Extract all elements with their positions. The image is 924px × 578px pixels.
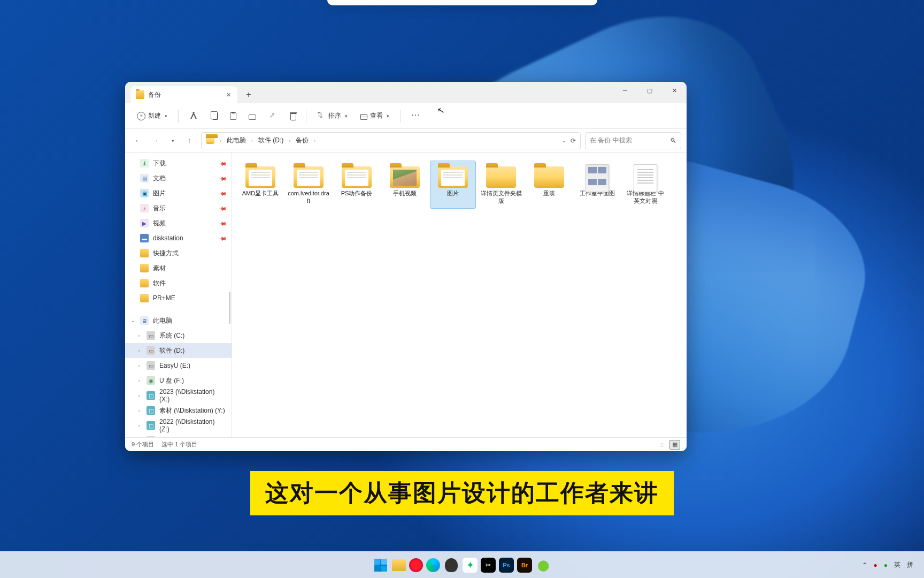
sidebar-item[interactable]: PR+ME (125, 291, 232, 306)
tray-icon[interactable]: ● (884, 561, 888, 569)
breadcrumb-item[interactable]: 软件 (D:) (256, 135, 286, 146)
refresh-button[interactable]: ⟳ (571, 137, 576, 144)
sidebar-item[interactable]: ▤文档📌 (125, 171, 232, 186)
list-view-button[interactable]: ≡ (657, 440, 667, 450)
tray-chevron-icon[interactable]: ⌃ (862, 561, 867, 569)
file-item[interactable]: 重装 (526, 161, 572, 209)
image-file-icon (586, 164, 609, 192)
sidebar-label: 文档 (153, 174, 166, 183)
sidebar-item[interactable]: ⬇下载📌 (125, 156, 232, 171)
chevron-right-icon[interactable]: › (136, 423, 142, 428)
sidebar-item[interactable]: 软件 (125, 276, 232, 291)
new-button[interactable]: 新建 ▾ (132, 107, 173, 125)
sidebar-label: 素材 (\\Diskstation) (Y:) (159, 406, 225, 415)
window-tab[interactable]: 备份 ✕ (130, 86, 237, 103)
minimize-button[interactable]: ─ (613, 82, 637, 99)
paste-button[interactable] (224, 107, 241, 125)
pin-icon: 📌 (219, 189, 227, 197)
copy-button[interactable] (205, 107, 222, 125)
share-button[interactable] (264, 107, 282, 125)
forward-button[interactable]: → (148, 133, 163, 148)
taskbar-app-edge[interactable] (426, 558, 440, 572)
breadcrumb-item[interactable]: 备份 (294, 135, 311, 146)
taskbar-app-wechat[interactable]: ✦ (463, 558, 478, 573)
sidebar-item-drive[interactable]: ›▭软件 (D:) (125, 343, 232, 358)
sidebar-item-drive[interactable]: ›▭EasyU (E:) (125, 433, 232, 437)
sidebar-item-drive[interactable]: ›◫素材 (\\Diskstation) (Y:) (125, 403, 232, 418)
sidebar-item[interactable]: ▶视频📌 (125, 216, 232, 231)
sidebar-item[interactable]: ▣图片📌 (125, 186, 232, 201)
file-item[interactable]: 详情页文件夹模版 (478, 161, 524, 209)
content-area[interactable]: AMD显卡工具com.lveditor.draftPS动作备份手机视频图片详情页… (232, 153, 687, 437)
dropdown-icon[interactable]: ⌄ (562, 138, 566, 143)
sidebar-item-drive[interactable]: ›◉U 盘 (F:) (125, 373, 232, 388)
file-item[interactable]: 手机视频 (382, 161, 428, 209)
folder-icon (294, 166, 324, 188)
view-icon (360, 114, 367, 120)
chevron-right-icon[interactable]: › (136, 408, 142, 413)
view-button[interactable]: 查看 ▾ (355, 107, 395, 125)
icon-view-button[interactable]: ▦ (669, 440, 680, 450)
sort-button[interactable]: 排序 ▾ (312, 107, 353, 125)
mus-icon: ♪ (140, 204, 149, 212)
chevron-down-icon[interactable]: ⌄ (129, 318, 136, 323)
file-item[interactable]: com.lveditor.draft (286, 161, 332, 209)
fold-icon (140, 249, 149, 257)
taskbar-app-generic[interactable]: ⬤ (535, 557, 551, 573)
file-item[interactable]: AMD显卡工具 (237, 161, 283, 209)
cut-button[interactable] (184, 107, 203, 125)
net-icon: ◫ (147, 406, 155, 415)
sidebar-item[interactable]: ▬diskstation📌 (125, 231, 232, 246)
taskbar-app-opera[interactable] (409, 558, 423, 572)
taskbar-app-capcut[interactable]: ✂ (481, 558, 496, 573)
sidebar-item-drive[interactable]: ›▭系统 (C:) (125, 328, 232, 343)
sidebar-label: 软件 (D:) (159, 346, 184, 355)
file-item[interactable]: 详情标题栏 中英文对照 (622, 161, 668, 209)
sidebar-label: 2022 (\\Diskstation) (Z:) (159, 418, 226, 433)
taskbar-app-bridge[interactable]: Br (517, 558, 532, 573)
close-button[interactable]: ✕ (662, 82, 687, 99)
taskbar-app-qq[interactable] (443, 557, 459, 573)
chevron-right-icon: › (289, 138, 290, 143)
sidebar-item-drive[interactable]: ›◫2022 (\\Diskstation) (Z:) (125, 418, 232, 433)
file-item[interactable]: 图片 (430, 161, 476, 209)
chevron-down-icon: ▾ (165, 113, 167, 119)
chevron-right-icon[interactable]: › (136, 378, 142, 383)
search-input[interactable]: 在 备份 中搜索 🔍︎ (585, 132, 681, 149)
start-button[interactable] (373, 557, 389, 573)
sidebar-item[interactable]: 素材 (125, 261, 232, 276)
ime-indicator[interactable]: 拼 (907, 560, 913, 569)
rename-button[interactable] (243, 107, 261, 125)
sidebar-item-drive[interactable]: ›▭EasyU (E:) (125, 358, 232, 373)
delete-button[interactable] (284, 107, 301, 125)
up-button[interactable]: ↑ (182, 133, 197, 148)
recent-button[interactable]: ▾ (165, 133, 180, 148)
sidebar-item[interactable]: ♪音乐📌 (125, 201, 232, 216)
more-button[interactable] (406, 107, 425, 125)
chevron-right-icon[interactable]: › (136, 348, 142, 353)
system-tray[interactable]: ⌃ ● ● 英 拼 (862, 560, 914, 569)
sidebar-item[interactable]: 快捷方式 (125, 246, 232, 261)
tray-icon[interactable]: ● (874, 561, 877, 569)
chevron-right-icon[interactable]: › (136, 393, 142, 398)
back-button[interactable]: ← (130, 133, 145, 148)
taskbar-app-photoshop[interactable]: Ps (499, 558, 514, 573)
breadcrumb[interactable]: › 此电脑 › 软件 (D:) › 备份 › ⌄ ⟳ (201, 132, 581, 149)
maximize-button[interactable]: ▢ (637, 82, 662, 99)
close-tab-icon[interactable]: ✕ (225, 91, 232, 98)
file-item[interactable]: PS动作备份 (334, 161, 380, 209)
ime-indicator[interactable]: 英 (894, 560, 900, 569)
file-item[interactable]: 工作室平面图 (574, 161, 620, 209)
more-icon (411, 112, 420, 120)
chevron-down-icon: ▾ (387, 113, 389, 119)
breadcrumb-item[interactable]: 此电脑 (225, 135, 248, 146)
sidebar-item-pc[interactable]: ⌄🖥此电脑 (125, 313, 232, 328)
sidebar-item-drive[interactable]: ›◫2023 (\\Diskstation) (X:) (125, 388, 232, 403)
new-tab-button[interactable]: + (241, 87, 257, 103)
chevron-right-icon: › (251, 138, 253, 143)
chevron-right-icon[interactable]: › (136, 363, 142, 368)
taskbar-app-explorer[interactable] (392, 559, 406, 571)
sidebar-label: 快捷方式 (153, 249, 179, 258)
chevron-right-icon[interactable]: › (136, 333, 142, 338)
search-icon: 🔍︎ (670, 137, 676, 144)
